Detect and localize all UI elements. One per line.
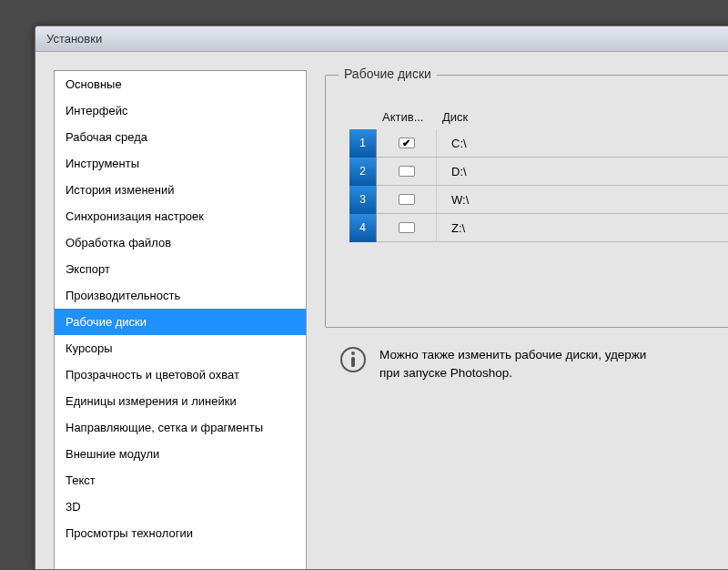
disk-cell: Z:\ [437,214,465,241]
header-disk: Диск [442,110,551,124]
sidebar: Основные Интерфейс Рабочая среда Инструм… [54,70,307,570]
active-cell: ✔ [377,214,437,241]
sidebar-item-label: Текст [66,473,96,487]
scratch-disks-group: Рабочие диски Актив... Диск 1 ✔ C:\ [325,75,728,328]
sidebar-item-plugins[interactable]: Внешние модули [55,441,306,467]
sidebar-item-label: Прозрачность и цветовой охват [66,368,239,382]
row-number: 1 [349,129,377,158]
check-icon: ✔ [402,138,410,148]
row-number: 3 [349,186,377,214]
sidebar-item-label: Рабочие диски [66,315,147,329]
sidebar-item-type[interactable]: Текст [55,467,306,494]
disk-cell: W:\ [437,186,469,213]
main-panel: Рабочие диски Актив... Диск 1 ✔ C:\ [325,75,728,383]
active-checkbox[interactable]: ✔ [399,194,415,205]
row-number: 2 [349,158,377,186]
active-cell: ✔ [377,129,437,157]
window-title: Установки [46,32,102,46]
header-active: Актив... [382,110,442,124]
sidebar-item-sync-settings[interactable]: Синхронизация настроек [55,203,306,229]
info-icon [339,346,367,373]
active-checkbox[interactable]: ✔ [399,137,415,148]
sidebar-item-performance[interactable]: Производительность [55,282,306,309]
sidebar-item-file-handling[interactable]: Обработка файлов [55,229,306,256]
table-row[interactable]: 3 ✔ W:\ [349,186,728,214]
table-row[interactable]: 1 ✔ C:\ [349,129,728,158]
sidebar-item-tools[interactable]: Инструменты [55,150,306,177]
disk-cell: D:\ [437,158,467,185]
sidebar-item-label: Рабочая среда [66,130,147,144]
sidebar-item-label: Единицы измерения и линейки [66,394,237,408]
svg-point-1 [351,351,355,355]
sidebar-item-label: История изменений [66,183,175,197]
content-area: Основные Интерфейс Рабочая среда Инструм… [35,52,728,569]
active-cell: ✔ [377,158,437,185]
sidebar-item-label: Основные [66,77,122,91]
sidebar-item-tech-previews[interactable]: Просмотры технологии [55,520,306,546]
sidebar-item-workspace[interactable]: Рабочая среда [55,124,306,150]
table-row[interactable]: 2 ✔ D:\ [349,158,728,186]
info-text: Можно также изменить рабочие диски, удер… [379,346,646,383]
active-checkbox[interactable]: ✔ [399,222,415,233]
info-text-line1: Можно также изменить рабочие диски, удер… [379,348,646,361]
sidebar-item-label: Просмотры технологии [66,526,193,540]
row-number: 4 [349,214,377,242]
info-text-line2: при запуске Photoshop. [379,366,512,380]
sidebar-item-units-rulers[interactable]: Единицы измерения и линейки [55,388,306,414]
sidebar-item-3d[interactable]: 3D [55,494,306,520]
sidebar-item-guides-grid-slices[interactable]: Направляющие, сетка и фрагменты [55,414,306,441]
sidebar-item-history-log[interactable]: История изменений [55,177,306,203]
active-checkbox[interactable]: ✔ [399,166,415,177]
svg-rect-2 [351,357,355,367]
disk-cell: C:\ [437,129,467,157]
sidebar-item-label: Внешние модули [66,447,159,461]
info-row: Можно также изменить рабочие диски, удер… [339,346,728,383]
sidebar-item-transparency-gamut[interactable]: Прозрачность и цветовой охват [55,361,306,388]
sidebar-item-label: Синхронизация настроек [66,209,204,223]
sidebar-item-interface[interactable]: Интерфейс [55,97,306,124]
table-row[interactable]: 4 ✔ Z:\ [349,214,728,242]
sidebar-item-label: Курсоры [66,341,113,355]
disk-table: Актив... Диск 1 ✔ C:\ 2 ✔ [349,110,728,242]
sidebar-item-label: Производительность [66,289,180,302]
sidebar-item-export[interactable]: Экспорт [55,256,306,282]
titlebar: Установки [35,26,728,52]
active-cell: ✔ [377,186,437,213]
sidebar-item-scratch-disks[interactable]: Рабочие диски [55,309,306,335]
sidebar-item-label: Направляющие, сетка и фрагменты [66,421,263,434]
sidebar-item-label: Инструменты [66,157,139,170]
sidebar-item-general[interactable]: Основные [55,71,306,97]
sidebar-item-cursors[interactable]: Курсоры [55,335,306,361]
preferences-window: Установки Основные Интерфейс Рабочая сре… [35,25,728,570]
sidebar-item-label: Интерфейс [66,104,127,117]
group-legend: Рабочие диски [339,66,437,81]
table-headers: Актив... Диск [349,110,728,124]
sidebar-item-label: Экспорт [66,262,110,276]
sidebar-item-label: 3D [66,500,81,514]
sidebar-item-label: Обработка файлов [66,236,171,249]
